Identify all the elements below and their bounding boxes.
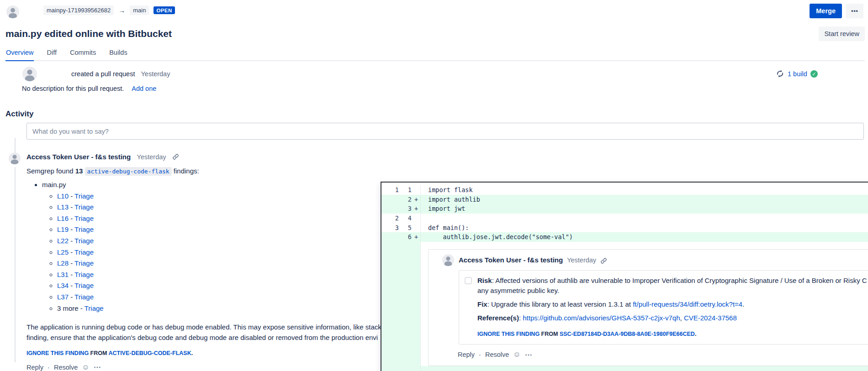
ignore-finding-link[interactable]: IGNORE THIS FINDING: [477, 331, 540, 337]
build-count-link[interactable]: 1 build: [788, 70, 807, 78]
finding-line-link[interactable]: L22: [57, 237, 69, 245]
cve-link[interactable]: CVE-2024-37568: [684, 314, 737, 322]
commenter-avatar[interactable]: [9, 152, 21, 164]
diff-code-row[interactable]: 24: [381, 214, 868, 223]
fix-line: Fix: Upgrade this library to at least ve…: [477, 299, 867, 309]
finding-line-link[interactable]: L19: [57, 225, 69, 233]
ignore-finding-link[interactable]: IGNORE THIS FINDING: [26, 350, 89, 356]
branch-info: mainpy-1719939562682 → main OPEN: [43, 5, 175, 15]
finding-line-link[interactable]: L16: [57, 214, 69, 222]
comment-input[interactable]: [26, 123, 864, 140]
diff-code-row[interactable]: 6+ authlib.jose.jwt.decode("some-val"): [381, 232, 868, 242]
triage-link[interactable]: Triage: [74, 248, 94, 256]
inline-comment-region: Access Token User - f&s testing Yesterda…: [381, 242, 868, 366]
tab-overview[interactable]: Overview: [5, 49, 34, 61]
dash-separator: -: [69, 203, 74, 211]
advisory-link[interactable]: https://github.com/advisories/GHSA-5357-…: [523, 314, 680, 322]
inline-comment-time[interactable]: Yesterday: [567, 256, 596, 264]
resolve-link[interactable]: Resolve: [54, 364, 78, 371]
diff-rows: 11import flask2+import authlib3+import j…: [381, 185, 868, 242]
code-line: import authlib: [421, 196, 480, 203]
tab-builds[interactable]: Builds: [109, 49, 128, 60]
finding-line-link[interactable]: L25: [57, 248, 69, 256]
person-icon: [6, 5, 19, 18]
creator-avatar[interactable]: [22, 67, 37, 81]
period: .: [191, 350, 193, 356]
emoji-reaction-icon[interactable]: ☺: [513, 350, 520, 359]
fix-link[interactable]: ft/pull-requests/34/diff:oetry.lock?t=4: [633, 300, 742, 308]
finding-line-link[interactable]: L28: [57, 259, 69, 267]
created-text: created a pull request: [71, 70, 135, 78]
code-line: import jwt: [421, 205, 465, 212]
comment-more-icon[interactable]: ⋯: [525, 350, 532, 359]
finding-checkbox[interactable]: [465, 277, 472, 284]
finding-line-link[interactable]: L37: [57, 293, 69, 301]
triage-link[interactable]: Triage: [74, 225, 94, 233]
dot-separator: ·: [479, 351, 481, 358]
dash-separator: -: [69, 214, 74, 222]
page-title: main.py edited online with Bitbucket: [5, 28, 172, 39]
diff-code-row[interactable]: 11import flask: [381, 185, 868, 195]
start-review-button[interactable]: Start review: [819, 26, 865, 41]
permalink-icon[interactable]: [172, 153, 179, 160]
references-line: Reference(s): https://github.com/advisor…: [477, 313, 867, 323]
triage-link[interactable]: Triage: [74, 293, 94, 301]
diff-code-row[interactable]: 2+import authlib: [381, 195, 868, 204]
status-badge: OPEN: [153, 6, 175, 14]
triage-link[interactable]: Triage: [74, 192, 94, 200]
finding-line-link[interactable]: L13: [57, 203, 69, 211]
dash-separator: -: [79, 304, 85, 312]
ignore-rule-link[interactable]: SSC-ED87184D-D3AA-9DB8-8A0E-1980F9E66CED: [560, 331, 695, 337]
inline-commenter-avatar[interactable]: [442, 254, 454, 266]
ignore-from-text: FROM: [541, 331, 558, 337]
target-branch-lozenge[interactable]: main: [130, 5, 149, 15]
tab-bar: Overview Diff Commits Builds: [5, 49, 865, 61]
triage-link[interactable]: Triage: [74, 271, 94, 278]
permalink-icon[interactable]: [600, 257, 607, 264]
dash-separator: -: [69, 282, 74, 289]
ignore-from-text: FROM: [90, 350, 107, 356]
triage-link[interactable]: Triage: [74, 282, 94, 289]
inline-comment-actions: Reply · Resolve ☺ ⋯: [458, 350, 868, 359]
finding-line-link[interactable]: L34: [57, 282, 69, 289]
comment-time[interactable]: Yesterday: [137, 153, 166, 161]
dash-separator: -: [69, 248, 74, 256]
finding-line-link[interactable]: L10: [57, 192, 69, 200]
builds-refresh-icon: [776, 69, 784, 78]
reply-link[interactable]: Reply: [458, 351, 475, 358]
dash-separator: -: [69, 192, 74, 200]
tab-commits[interactable]: Commits: [69, 49, 96, 60]
fix-text: : Upgrade this library to at least versi…: [487, 300, 633, 308]
person-icon: [442, 254, 454, 266]
comment-author[interactable]: Access Token User - f&s testing: [26, 153, 131, 161]
intro-post: findings:: [174, 167, 199, 175]
emoji-reaction-icon[interactable]: ☺: [82, 363, 89, 371]
ignore-rule-link[interactable]: ACTIVE-DEBUG-CODE-FLASK: [108, 350, 191, 356]
finding-line-link[interactable]: L31: [57, 271, 69, 278]
finding-count: 13: [75, 167, 83, 175]
period: .: [695, 331, 696, 337]
triage-link[interactable]: Triage: [74, 203, 94, 211]
triage-link[interactable]: Triage: [74, 214, 94, 222]
merge-button[interactable]: Merge: [810, 4, 842, 18]
diff-sign: +: [413, 196, 419, 203]
pr-author-avatar[interactable]: [6, 5, 19, 18]
diff-code-row[interactable]: 35def main():: [381, 223, 868, 232]
triage-link[interactable]: Triage: [74, 237, 94, 245]
comment-more-icon[interactable]: ⋯: [94, 363, 101, 371]
triage-link[interactable]: Triage: [74, 259, 94, 267]
resolve-link[interactable]: Resolve: [485, 351, 509, 358]
inline-comment-author[interactable]: Access Token User - f&s testing: [459, 256, 563, 264]
triage-link[interactable]: Triage: [85, 304, 104, 312]
diff-code-row[interactable]: 3+import jwt: [381, 204, 868, 214]
add-description-link[interactable]: Add one: [132, 85, 156, 92]
more-actions-button[interactable]: •••: [846, 4, 863, 18]
old-line-number: 1: [381, 186, 399, 193]
fix-label: Fix: [477, 300, 487, 308]
reply-link[interactable]: Reply: [26, 364, 43, 371]
file-name: main.py: [42, 181, 66, 188]
new-line-number: 3: [401, 205, 412, 212]
tab-diff[interactable]: Diff: [46, 49, 57, 60]
source-branch-lozenge[interactable]: mainpy-1719939562682: [43, 5, 114, 15]
comma: ,: [680, 314, 684, 322]
